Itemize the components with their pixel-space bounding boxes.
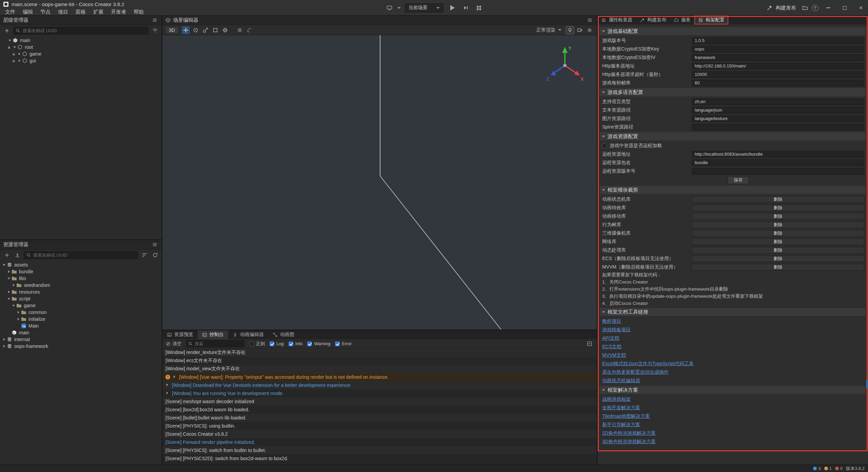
clear-console-button[interactable]: 清空: [166, 341, 181, 347]
doc-link[interactable]: 游戏模板项目: [602, 327, 631, 333]
doc-link[interactable]: API文档: [602, 335, 619, 341]
doc-link[interactable]: MVVM文档: [602, 352, 626, 358]
chevron-right-icon[interactable]: [6, 269, 12, 275]
log-row[interactable]: [Scene] Forward render pipeline initiali…: [162, 438, 597, 446]
console-search-input[interactable]: [186, 340, 244, 347]
property-input[interactable]: [692, 168, 864, 175]
filter-error[interactable]: Error: [335, 341, 352, 346]
log-row[interactable]: [Window] render_texture文件夹不存在: [162, 349, 597, 357]
log-row[interactable]: [Window] model_view文件夹不存在: [162, 365, 597, 373]
tree-item[interactable]: seedrandom: [0, 282, 162, 289]
property-input[interactable]: [692, 71, 864, 78]
property-input[interactable]: [692, 107, 864, 114]
tree-item[interactable]: script: [0, 295, 162, 302]
info-count-badge[interactable]: 3: [813, 466, 821, 471]
close-button[interactable]: ×: [854, 0, 868, 16]
doc-link[interactable]: 新手引导解决方案: [602, 422, 640, 428]
chevron-down-icon[interactable]: [6, 275, 12, 281]
menu-item[interactable]: 扩展: [90, 8, 107, 16]
panel-menu-icon[interactable]: [151, 16, 159, 24]
grid-snap-button[interactable]: [236, 26, 244, 34]
panel-menu-icon[interactable]: [586, 16, 594, 24]
console-tab[interactable]: 动画编辑器: [228, 330, 268, 339]
maximize-button[interactable]: [837, 0, 852, 16]
tree-item[interactable]: root: [0, 44, 162, 51]
property-input[interactable]: [692, 159, 864, 166]
inspector-tab[interactable]: 构建发布: [636, 16, 670, 24]
chevron-down-icon[interactable]: [12, 44, 17, 50]
tree-item[interactable]: libs: [0, 275, 162, 282]
section-header[interactable]: 游戏资源配置: [599, 132, 866, 140]
delete-button[interactable]: 删除: [692, 221, 864, 228]
collapse-logs-icon[interactable]: [585, 340, 593, 348]
property-input[interactable]: [692, 151, 864, 158]
scene-viewport[interactable]: Y X Z: [162, 35, 597, 330]
add-node-button[interactable]: [3, 26, 11, 35]
doc-link[interactable]: 原生包热更新配置自动生成插件: [602, 369, 669, 375]
minimize-button[interactable]: [821, 0, 835, 16]
warning-count-badge[interactable]: 1: [824, 466, 832, 471]
log-row[interactable]: ![Window] [Vue warn]: Property "onInput"…: [162, 373, 597, 381]
property-input[interactable]: [692, 115, 864, 122]
tree-item[interactable]: TSMain: [0, 322, 162, 329]
log-row[interactable]: [Scene] meshopt wasm decoder initialized: [162, 397, 597, 406]
folder-icon[interactable]: [801, 4, 809, 12]
doc-link[interactable]: 3D角色扮演游戏解决方案: [602, 439, 656, 445]
console-tab[interactable]: 资源预览: [162, 330, 198, 339]
preview-caret-icon[interactable]: [397, 7, 401, 9]
property-input[interactable]: [692, 63, 864, 70]
section-header[interactable]: 框架文档工具链接: [599, 308, 866, 316]
chevron-down-icon[interactable]: [7, 37, 13, 43]
console-tab[interactable]: 控制台: [198, 330, 228, 339]
assets-search-input[interactable]: [24, 251, 138, 259]
filter-log[interactable]: Log: [270, 341, 284, 346]
menu-item[interactable]: 面板: [72, 8, 90, 16]
log-row[interactable]: [Window] ecs文件夹不存在: [162, 357, 597, 365]
chevron-down-icon[interactable]: [11, 302, 16, 309]
chevron-right-icon[interactable]: [16, 309, 21, 315]
tree-item[interactable]: common: [0, 309, 162, 316]
expand-chevron-icon[interactable]: [165, 383, 170, 387]
chevron-down-icon[interactable]: [1, 262, 7, 268]
mode-3d-button[interactable]: 3D: [165, 26, 178, 34]
doc-link[interactable]: Tiledmap地图解决方案: [602, 413, 650, 419]
expand-chevron-icon[interactable]: [173, 375, 177, 379]
property-input[interactable]: [692, 54, 864, 61]
tree-item[interactable]: game: [0, 51, 162, 57]
transform-space-button[interactable]: [221, 26, 229, 34]
orientation-gizmo[interactable]: Y X Z: [545, 44, 585, 85]
regex-checkbox[interactable]: 正则: [249, 341, 265, 347]
tree-item[interactable]: gui: [0, 57, 162, 64]
sort-icon[interactable]: [140, 251, 149, 259]
chevron-right-icon[interactable]: [11, 282, 16, 288]
section-header[interactable]: 游戏基础配置: [599, 27, 866, 35]
tree-item[interactable]: initialize: [0, 316, 162, 322]
doc-link[interactable]: 全栈开发解决方案: [602, 405, 640, 411]
inspector-tab[interactable]: 框架配置: [694, 16, 728, 24]
menu-item[interactable]: 文件: [1, 8, 19, 16]
inspector-tab[interactable]: 属性检查器: [597, 16, 636, 24]
delete-button[interactable]: 删除: [692, 230, 864, 237]
play-button[interactable]: [448, 3, 457, 13]
doc-link[interactable]: ECS文档: [602, 344, 622, 350]
remote-load-checkbox[interactable]: [602, 143, 607, 148]
tree-item[interactable]: oops-framework: [0, 343, 162, 350]
doc-link[interactable]: Excel格式转Json文件与TypeScript代码工具: [602, 361, 694, 367]
delete-button[interactable]: 删除: [692, 213, 864, 220]
gear-icon[interactable]: [586, 26, 594, 34]
scale-tool-button[interactable]: [201, 26, 210, 34]
light-toggle-button[interactable]: [566, 26, 574, 34]
tree-item[interactable]: main: [0, 37, 162, 44]
tree-item[interactable]: main: [0, 329, 162, 336]
rotation-snap-button[interactable]: [245, 26, 254, 34]
section-header[interactable]: 游戏多语言配置: [599, 88, 866, 96]
step-button[interactable]: [461, 3, 471, 13]
scene-select[interactable]: 当前场景: [405, 3, 443, 13]
inspector-scrollbar-thumb[interactable]: [866, 380, 868, 389]
delete-button[interactable]: 删除: [692, 204, 864, 211]
filter-icon[interactable]: [151, 26, 159, 35]
chevron-right-icon[interactable]: [16, 316, 21, 322]
log-row[interactable]: [Window] Download the Vue Devtools exten…: [162, 381, 597, 389]
log-row[interactable]: [Window] You are running Vue in developm…: [162, 389, 597, 397]
chevron-right-icon[interactable]: [6, 289, 12, 295]
